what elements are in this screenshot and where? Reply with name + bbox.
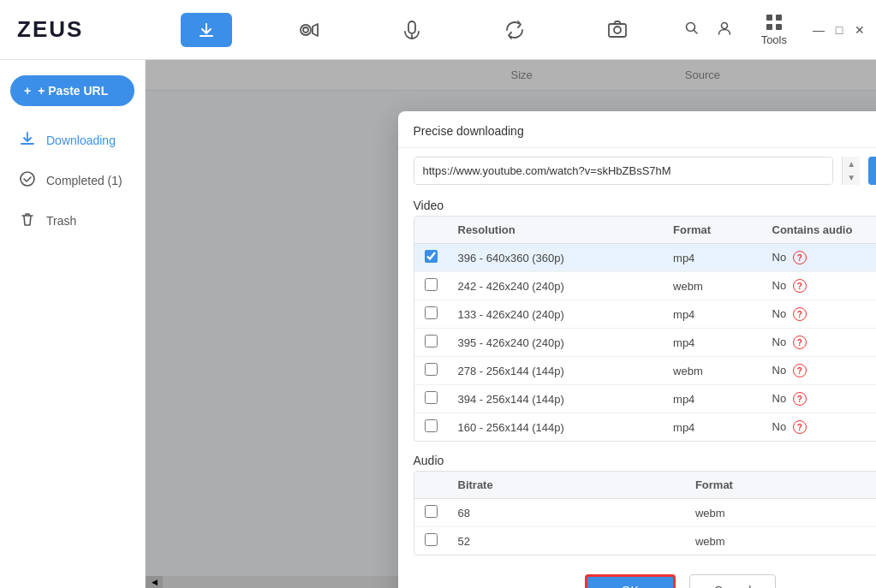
info-icon[interactable]: ? <box>793 279 807 293</box>
video-check-col <box>414 217 448 244</box>
video-format: mp4 <box>663 244 761 272</box>
video-row-checkbox[interactable] <box>425 391 438 404</box>
video-format: webm <box>663 357 761 385</box>
sidebar: + + Paste URL Downloading Completed (1) <box>0 60 146 588</box>
svg-point-7 <box>721 22 727 28</box>
nav-screenshot[interactable] <box>592 13 643 47</box>
info-icon[interactable]: ? <box>793 336 807 349</box>
video-table-row[interactable]: 278 - 256x144 (144p) webm No ? <box>414 357 877 385</box>
nav-convert[interactable] <box>489 13 540 47</box>
svg-rect-11 <box>776 24 782 30</box>
video-format: mp4 <box>663 329 761 357</box>
paste-url-label: + Paste URL <box>38 84 108 98</box>
ok-button[interactable]: OK <box>585 574 676 588</box>
audio-table-row[interactable]: 52 webm <box>414 527 877 555</box>
url-scroll-up[interactable]: ▲ <box>843 157 860 171</box>
info-icon[interactable]: ? <box>793 307 807 321</box>
svg-point-1 <box>301 25 311 35</box>
video-table-row[interactable]: 394 - 256x144 (144p) mp4 No ? <box>414 385 877 413</box>
window-controls: — □ ✕ <box>813 24 876 36</box>
nav-icons <box>146 13 679 47</box>
video-row-checkbox[interactable] <box>425 250 438 263</box>
video-contains-audio: No ? <box>762 300 877 329</box>
audio-format-header: Format <box>685 472 876 499</box>
video-row-checkbox[interactable] <box>425 278 438 291</box>
video-table-row[interactable]: 160 - 256x144 (144p) mp4 No ? <box>414 413 877 442</box>
video-table-row[interactable]: 133 - 426x240 (240p) mp4 No ? <box>414 300 877 329</box>
content-area: Size Source Precise downloading ✕ ▲ ▼ an… <box>146 60 876 588</box>
sidebar-item-completed[interactable]: Completed (1) <box>5 162 140 199</box>
app-logo: ZEUS <box>0 0 146 60</box>
sidebar-trash-label: Trash <box>46 214 76 228</box>
video-contains-audio: No ? <box>762 244 877 272</box>
tools-label: Tools <box>761 33 787 46</box>
analyze-button[interactable]: analyze <box>868 157 876 185</box>
search-icon[interactable] <box>679 15 705 45</box>
svg-point-2 <box>303 27 308 33</box>
downloading-icon <box>19 130 36 150</box>
audio-section-label: Audio <box>398 448 877 471</box>
sidebar-item-downloading[interactable]: Downloading <box>5 122 140 158</box>
video-table-row[interactable]: 395 - 426x240 (240p) mp4 No ? <box>414 329 877 357</box>
svg-point-5 <box>614 27 621 33</box>
info-icon[interactable]: ? <box>793 392 807 406</box>
nav-record-audio[interactable] <box>386 13 438 47</box>
svg-rect-9 <box>776 15 782 21</box>
paste-url-button[interactable]: + + Paste URL <box>10 75 134 106</box>
dialog: Precise downloading ✕ ▲ ▼ analyze Video <box>398 111 877 588</box>
video-resolution: 242 - 426x240 (240p) <box>448 272 664 300</box>
video-row-checkbox[interactable] <box>425 419 438 432</box>
nav-download[interactable] <box>181 13 232 47</box>
video-resolution: 278 - 256x144 (144p) <box>448 357 664 385</box>
top-bar: ZEUS <box>0 0 876 60</box>
video-resolution: 133 - 426x240 (240p) <box>448 300 664 329</box>
video-format: mp4 <box>663 300 761 329</box>
main-area: + + Paste URL Downloading Completed (1) <box>0 60 876 588</box>
video-resolution: 394 - 256x144 (144p) <box>448 385 664 413</box>
maximize-button[interactable]: □ <box>833 24 845 36</box>
info-icon[interactable]: ? <box>793 364 807 377</box>
audio-table: Bitrate Format 68 webm 52 webm ▲ <box>414 471 877 555</box>
video-contains-audio: No ? <box>762 385 877 413</box>
info-icon[interactable]: ? <box>793 251 807 264</box>
video-table-row[interactable]: 242 - 426x240 (240p) webm No ? <box>414 272 877 300</box>
info-icon[interactable]: ? <box>793 420 807 434</box>
video-resolution: 396 - 640x360 (360p) <box>448 244 664 272</box>
audio-row-checkbox[interactable] <box>425 505 438 518</box>
audio-row-checkbox[interactable] <box>425 533 438 546</box>
user-icon[interactable] <box>712 15 737 45</box>
url-scroll-down[interactable]: ▼ <box>843 171 860 186</box>
video-row-checkbox[interactable] <box>425 306 438 319</box>
video-row-checkbox[interactable] <box>425 335 438 347</box>
video-contains-audio: No ? <box>762 357 877 385</box>
resolution-header: Resolution <box>448 217 664 244</box>
audio-bitrate: 52 <box>448 527 685 555</box>
video-contains-audio: No ? <box>762 413 877 442</box>
audio-table-inner: Bitrate Format 68 webm 52 webm <box>414 472 877 555</box>
url-input[interactable] <box>414 157 833 184</box>
close-button[interactable]: ✕ <box>854 24 866 36</box>
svg-rect-3 <box>408 21 415 33</box>
cancel-button[interactable]: Cancel <box>689 574 777 588</box>
video-table: Resolution Format Contains audio 396 - 6… <box>414 216 877 442</box>
format-header: Format <box>663 217 761 244</box>
video-table-row[interactable]: 396 - 640x360 (360p) mp4 No ? <box>414 244 877 272</box>
video-resolution: 160 - 256x144 (144p) <box>448 413 664 442</box>
dialog-header: Precise downloading ✕ <box>398 111 877 148</box>
trash-icon <box>19 211 36 230</box>
svg-point-12 <box>21 172 34 186</box>
contains-audio-header: Contains audio <box>762 217 877 244</box>
sidebar-item-trash[interactable]: Trash <box>5 202 140 239</box>
audio-table-row[interactable]: 68 webm <box>414 499 877 527</box>
video-row-checkbox[interactable] <box>425 363 438 376</box>
audio-format: webm <box>685 527 876 555</box>
paste-url-icon: + <box>24 84 31 98</box>
video-contains-audio: No ? <box>762 272 877 300</box>
minimize-button[interactable]: — <box>813 24 825 36</box>
nav-record-video[interactable] <box>283 13 335 47</box>
url-row: ▲ ▼ analyze <box>398 148 877 193</box>
video-format: mp4 <box>663 385 761 413</box>
tools-section[interactable]: Tools <box>744 6 804 53</box>
audio-bitrate: 68 <box>448 499 685 527</box>
video-contains-audio: No ? <box>762 329 877 357</box>
